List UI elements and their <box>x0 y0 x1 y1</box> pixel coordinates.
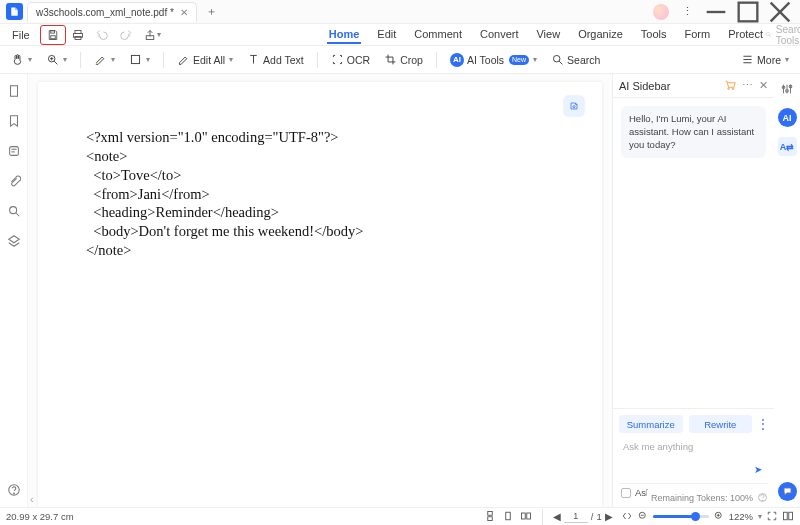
left-rail <box>0 74 28 507</box>
theme-icon[interactable] <box>650 2 672 22</box>
ai-tools-button[interactable]: AI AI Tools New ▾ <box>445 49 542 71</box>
send-icon[interactable]: ➤ <box>754 464 762 475</box>
redo-button[interactable] <box>114 25 138 45</box>
svg-rect-42 <box>488 511 493 515</box>
search-tools-input[interactable]: Search Tools <box>765 24 800 46</box>
window-maximize-button[interactable] <box>734 2 762 22</box>
zoom-in-icon[interactable] <box>713 510 725 524</box>
menu-form[interactable]: Form <box>682 26 712 44</box>
svg-point-41 <box>762 500 763 501</box>
document-page: <?xml version="1.0" encoding="UTF-8"?> <… <box>38 82 602 507</box>
ocr-button[interactable]: OCR <box>326 49 375 71</box>
titlebar: w3schools.com_xml_note.pdf * ✕ ＋ ⋮ <box>0 0 800 24</box>
ai-assist-chip[interactable] <box>564 96 584 116</box>
menu-comment[interactable]: Comment <box>412 26 464 44</box>
search-panel-icon[interactable] <box>5 202 23 220</box>
summarize-button[interactable]: Summarize <box>619 415 683 433</box>
fit-width-icon[interactable] <box>621 510 633 524</box>
right-rail: AI A⇄ <box>774 74 800 507</box>
menu-protect[interactable]: Protect <box>726 26 765 44</box>
ai-actions-more-icon[interactable]: ⋮ <box>758 415 768 433</box>
ai-prompt-input[interactable]: Ask me anything ➤ <box>619 437 768 479</box>
svg-point-10 <box>766 32 769 35</box>
svg-rect-22 <box>10 86 17 97</box>
ai-icon: AI <box>450 53 464 67</box>
ai-rail-icon[interactable]: AI <box>778 108 797 127</box>
hand-tool-button[interactable]: ▾ <box>6 49 37 71</box>
view-continuous-icon[interactable] <box>484 510 496 524</box>
reading-mode-icon[interactable] <box>782 510 794 524</box>
close-tab-icon[interactable]: ✕ <box>180 7 188 18</box>
svg-line-18 <box>559 61 562 64</box>
menu-tools[interactable]: Tools <box>639 26 669 44</box>
svg-rect-16 <box>131 55 139 63</box>
zoom-slider[interactable] <box>653 515 709 518</box>
edit-all-button[interactable]: Edit All▾ <box>172 49 238 71</box>
search-tools-placeholder: Search Tools <box>776 24 800 46</box>
collapse-left-rail-icon[interactable]: ‹ <box>30 493 34 505</box>
document-tab[interactable]: w3schools.com_xml_note.pdf * ✕ <box>27 2 197 22</box>
thumbnails-panel-icon[interactable] <box>5 82 23 100</box>
menu-organize[interactable]: Organize <box>576 26 625 44</box>
translate-rail-icon[interactable]: A⇄ <box>778 137 797 156</box>
bookmarks-panel-icon[interactable] <box>5 112 23 130</box>
ask-pdf-checkbox[interactable] <box>621 488 631 498</box>
window-minimize-button[interactable] <box>702 2 730 22</box>
app-logo <box>6 3 23 20</box>
close-ai-sidebar-icon[interactable]: ✕ <box>759 79 768 93</box>
new-tab-button[interactable]: ＋ <box>203 3 221 21</box>
add-text-button[interactable]: Add Text <box>242 49 309 71</box>
zoom-value: 122% <box>729 511 753 522</box>
svg-point-32 <box>728 88 730 90</box>
menu-edit[interactable]: Edit <box>375 26 398 44</box>
prev-page-icon[interactable]: ◀ <box>553 511 561 522</box>
attachments-panel-icon[interactable] <box>5 172 23 190</box>
menu-home[interactable]: Home <box>327 26 362 44</box>
zoom-out-icon[interactable] <box>637 510 649 524</box>
next-page-icon[interactable]: ▶ <box>605 511 613 522</box>
file-menu[interactable]: File <box>6 25 36 45</box>
svg-point-26 <box>9 207 16 214</box>
shape-tool-button[interactable]: ▾ <box>124 49 155 71</box>
shop-icon[interactable] <box>724 79 736 93</box>
fullscreen-icon[interactable] <box>766 510 778 524</box>
main-menu: Home Edit Comment Convert View Organize … <box>327 26 765 44</box>
print-button[interactable] <box>66 25 90 45</box>
rewrite-button[interactable]: Rewrite <box>689 415 753 433</box>
menu-view[interactable]: View <box>534 26 562 44</box>
search-button[interactable]: Search <box>546 49 605 71</box>
view-facing-icon[interactable] <box>520 510 532 524</box>
help-button[interactable] <box>5 481 23 499</box>
kebab-menu-icon[interactable]: ⋮ <box>676 2 698 22</box>
undo-button[interactable] <box>90 25 114 45</box>
save-button[interactable] <box>40 25 66 45</box>
page-total: 1 <box>596 511 601 522</box>
document-viewport[interactable]: ‹ <?xml version="1.0" encoding="UTF-8"?>… <box>28 74 612 507</box>
crop-button[interactable]: Crop <box>379 49 428 71</box>
svg-line-27 <box>15 213 19 217</box>
share-button[interactable]: ▾ <box>138 25 167 45</box>
more-button[interactable]: More▾ <box>736 49 794 71</box>
comments-panel-icon[interactable] <box>5 142 23 160</box>
ai-sidebar: AI Sidebar ⋯ ✕ Hello, I'm Lumi, your AI … <box>612 74 774 507</box>
svg-point-30 <box>13 493 14 494</box>
chat-rail-icon[interactable] <box>778 482 797 501</box>
window-close-button[interactable] <box>766 2 794 22</box>
highlight-tool-button[interactable]: ▾ <box>89 49 120 71</box>
svg-point-17 <box>554 55 561 62</box>
page-stepper[interactable]: ◀ /1 ▶ <box>553 511 613 523</box>
zoom-tool-button[interactable]: ▾ <box>41 49 72 71</box>
page-number-input[interactable] <box>564 511 588 523</box>
svg-point-31 <box>573 106 575 108</box>
svg-rect-1 <box>739 2 758 21</box>
view-single-icon[interactable] <box>502 510 514 524</box>
ai-more-icon[interactable]: ⋯ <box>742 79 753 93</box>
workspace: ‹ <?xml version="1.0" encoding="UTF-8"?>… <box>0 74 800 507</box>
svg-point-33 <box>732 88 734 90</box>
ai-welcome-bubble: Hello, I'm Lumi, your AI assistant. How … <box>621 106 766 158</box>
ribbon: ▾ ▾ ▾ ▾ Edit All▾ Add Text OCR Crop AI A… <box>0 46 800 74</box>
panel-settings-icon[interactable] <box>778 80 796 98</box>
layers-panel-icon[interactable] <box>5 232 23 250</box>
svg-rect-52 <box>784 512 788 520</box>
menu-convert[interactable]: Convert <box>478 26 521 44</box>
